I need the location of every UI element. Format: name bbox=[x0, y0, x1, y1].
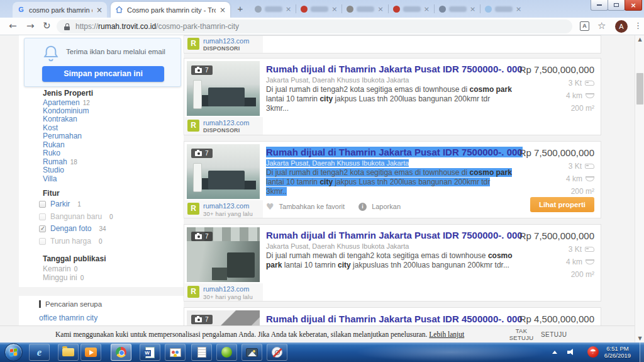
taskbar-file-explorer[interactable] bbox=[58, 344, 79, 361]
tab-trovit-active[interactable]: Cosmo park thamrin city - Trovit × bbox=[111, 2, 230, 18]
tab-close-icon[interactable]: × bbox=[219, 6, 226, 14]
scroll-up-icon[interactable]: ▲ bbox=[635, 37, 644, 42]
tab-google-search[interactable]: G cosmo park thamrin city harga - × bbox=[13, 2, 107, 18]
sidebar-item-kondominium[interactable]: Kondominium bbox=[43, 106, 89, 115]
show-desktop-button[interactable] bbox=[640, 342, 644, 362]
listing-title[interactable]: Rumah dijual di Thamrin Jakarta Pusat ID… bbox=[266, 314, 523, 324]
system-clock[interactable]: 6:51 PM 6/26/2019 bbox=[601, 345, 634, 359]
tray-hidden-icons-button[interactable] bbox=[552, 351, 557, 354]
sidebar-link[interactable]: Ruko bbox=[43, 149, 60, 157]
start-button[interactable] bbox=[4, 343, 23, 361]
sidebar-item-minggu-ini[interactable]: Minggu ini0 bbox=[43, 273, 84, 282]
sidebar-link[interactable]: Kost bbox=[43, 123, 58, 132]
tab-close-icon[interactable]: × bbox=[96, 6, 103, 14]
taskbar-media-player[interactable] bbox=[80, 344, 101, 361]
listing-photo[interactable]: 7 bbox=[187, 227, 260, 282]
sidebar-link[interactable]: Studio bbox=[43, 166, 64, 174]
taskbar-blocked-app[interactable] bbox=[267, 344, 287, 361]
taskbar-notepad[interactable] bbox=[191, 344, 212, 361]
scroll-down-icon[interactable]: ▼ bbox=[635, 336, 644, 341]
checkbox[interactable] bbox=[39, 201, 46, 208]
taskbar-photo-viewer[interactable] bbox=[242, 344, 262, 361]
scrollbar-thumb[interactable] bbox=[636, 73, 643, 105]
sidebar-item-perumahan[interactable]: Perumahan bbox=[43, 132, 82, 140]
bookmark-star-icon[interactable]: ☆ bbox=[597, 20, 606, 31]
tab-close-icon[interactable]: × bbox=[516, 5, 521, 13]
taskbar-paint[interactable] bbox=[165, 344, 186, 361]
background-tab[interactable]: × bbox=[480, 2, 526, 16]
source-link[interactable]: rumah123.com bbox=[203, 202, 249, 210]
background-tab[interactable]: × bbox=[250, 2, 296, 16]
translate-icon[interactable]: A bbox=[580, 21, 589, 31]
speaker-icon[interactable] bbox=[567, 349, 576, 356]
sidebar-link[interactable]: Kontrakan bbox=[43, 115, 77, 123]
listing-photo[interactable]: 7 bbox=[187, 144, 260, 199]
source-link[interactable]: rumah123.com bbox=[203, 119, 249, 127]
filter-label[interactable]: Parkir bbox=[50, 200, 70, 208]
cookie-accept-button[interactable]: SETUJU bbox=[541, 331, 567, 338]
source-link[interactable]: rumah123.com bbox=[203, 37, 249, 45]
sidebar-item-rumah[interactable]: Rumah18 bbox=[43, 157, 77, 166]
tab-close-icon[interactable]: × bbox=[331, 5, 337, 13]
listing-photo[interactable]: 7 bbox=[187, 61, 260, 116]
sidebar-link[interactable]: Perumahan bbox=[43, 132, 82, 140]
reload-button[interactable]: ↻ bbox=[43, 20, 51, 31]
window-maximize-button[interactable] bbox=[608, 0, 625, 11]
sidebar-item-kemarin[interactable]: Kemarin0 bbox=[43, 264, 77, 273]
lock-icon[interactable] bbox=[64, 23, 70, 30]
taskbar-green-app[interactable] bbox=[216, 344, 237, 361]
favorite-button[interactable]: Tambahkan ke favorit bbox=[279, 203, 345, 210]
background-tab[interactable]: × bbox=[342, 2, 387, 16]
report-button[interactable]: Laporkan bbox=[372, 203, 401, 210]
checkbox[interactable] bbox=[39, 213, 46, 220]
sidebar-item-kost[interactable]: Kost bbox=[43, 123, 58, 132]
tab-close-icon[interactable]: × bbox=[470, 5, 475, 13]
browser-menu-icon[interactable]: ⋮ bbox=[634, 21, 642, 30]
profile-avatar[interactable]: A bbox=[615, 20, 628, 33]
filter-label[interactable]: Dengan foto bbox=[50, 224, 91, 233]
address-bar[interactable]: https://rumah.trovit.co.id/cosmo-park-th… bbox=[57, 20, 572, 33]
sidebar-item-apartemen[interactable]: Apartemen12 bbox=[43, 98, 90, 107]
antivirus-umbrella-icon[interactable]: ☂ bbox=[587, 346, 599, 358]
page-scrollbar[interactable]: ▲ ▼ bbox=[635, 35, 644, 342]
cookie-decline-button[interactable]: TAK SETUJU bbox=[507, 327, 536, 341]
tab-close-icon[interactable]: × bbox=[377, 5, 383, 13]
window-close-button[interactable]: × bbox=[625, 0, 642, 11]
listing-title[interactable]: Rumah dijual di Thamrin Jakarta Pusat ID… bbox=[266, 230, 523, 240]
filter-parkir[interactable]: Parkir 1 bbox=[39, 200, 81, 208]
background-tab[interactable]: × bbox=[296, 2, 341, 16]
filter-bangunan-baru[interactable]: Bangunan baru 0 bbox=[39, 212, 113, 221]
background-tab[interactable]: × bbox=[389, 2, 434, 16]
sidebar-link[interactable]: Villa bbox=[43, 174, 57, 183]
sidebar-item-ruko[interactable]: Ruko bbox=[43, 149, 60, 157]
sidebar-item-studio[interactable]: Studio bbox=[43, 166, 64, 174]
filter-turun-harga[interactable]: Turun harga 0 bbox=[39, 237, 103, 246]
back-button[interactable]: ← bbox=[9, 20, 17, 31]
checkbox[interactable] bbox=[39, 225, 46, 232]
sidebar-link[interactable]: Rumah bbox=[43, 157, 67, 166]
sidebar-link[interactable]: Rukan bbox=[43, 140, 65, 149]
heart-icon[interactable]: ♥ bbox=[266, 201, 274, 212]
source-link[interactable]: rumah123.com bbox=[203, 285, 249, 293]
taskbar-internet-explorer[interactable]: e bbox=[29, 344, 50, 361]
tab-close-icon[interactable]: × bbox=[286, 5, 291, 13]
sidebar-link[interactable]: Apartemen bbox=[43, 98, 80, 107]
filter-dengan-foto[interactable]: Dengan foto 34 bbox=[39, 224, 106, 233]
taskbar-word[interactable] bbox=[140, 344, 160, 361]
listing-title[interactable]: Rumah dijual di Thamrin Jakarta Pusat ID… bbox=[266, 64, 523, 74]
taskbar-chrome-active[interactable] bbox=[111, 344, 131, 361]
save-search-button[interactable]: Simpan pencarian ini bbox=[42, 66, 164, 82]
new-tab-button[interactable]: + bbox=[235, 4, 245, 14]
forward-button[interactable]: → bbox=[26, 20, 35, 31]
background-tab[interactable]: × bbox=[435, 2, 480, 16]
checkbox[interactable] bbox=[39, 238, 46, 245]
info-icon[interactable] bbox=[358, 203, 367, 211]
tab-close-icon[interactable]: × bbox=[424, 5, 430, 13]
cookie-more-link[interactable]: Lebih lanjut bbox=[429, 331, 464, 338]
window-minimize-button[interactable] bbox=[591, 0, 608, 11]
sidebar-link[interactable]: Kondominium bbox=[43, 106, 89, 115]
view-property-button[interactable]: Lihat properti bbox=[530, 197, 594, 212]
similar-search-link[interactable]: office thamrin city bbox=[39, 314, 97, 322]
sidebar-item-rukan[interactable]: Rukan bbox=[43, 140, 65, 149]
sidebar-item-kontrakan[interactable]: Kontrakan bbox=[43, 115, 77, 123]
